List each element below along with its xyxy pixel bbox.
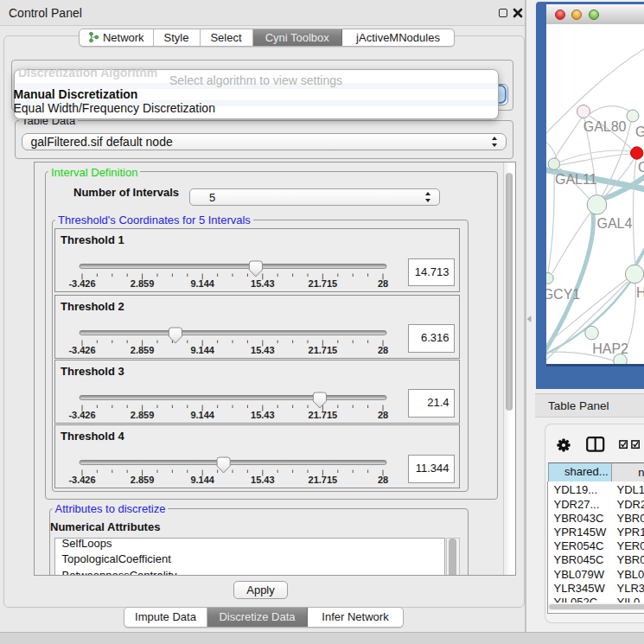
- svg-text:2.859: 2.859: [131, 344, 155, 354]
- svg-text:2.859: 2.859: [131, 278, 155, 289]
- svg-text:Threshold 4: Threshold 4: [61, 430, 124, 443]
- svg-text:2.859: 2.859: [131, 475, 155, 485]
- svg-text:G..: G..: [635, 124, 644, 139]
- svg-text:28: 28: [378, 409, 388, 419]
- svg-text:9.144: 9.144: [190, 278, 214, 289]
- svg-text:21.715: 21.715: [309, 409, 338, 419]
- svg-text:15.43: 15.43: [251, 344, 275, 354]
- svg-text:21.715: 21.715: [309, 475, 338, 485]
- svg-text:28: 28: [378, 344, 388, 354]
- svg-text:9.144: 9.144: [190, 475, 214, 485]
- svg-text:GAL80: GAL80: [583, 119, 627, 134]
- svg-text:-3.426: -3.426: [68, 344, 95, 354]
- svg-text:-3.426: -3.426: [68, 278, 95, 289]
- svg-text:9.144: 9.144: [190, 344, 214, 354]
- svg-text:9.144: 9.144: [190, 409, 214, 419]
- svg-text:H: H: [636, 285, 644, 300]
- svg-text:28: 28: [378, 475, 388, 485]
- svg-text:Threshold 3: Threshold 3: [61, 365, 124, 378]
- svg-text:HAP2: HAP2: [592, 341, 628, 356]
- svg-text:21.715: 21.715: [309, 278, 338, 289]
- svg-text:GAL11: GAL11: [555, 172, 597, 187]
- svg-text:-3.426: -3.426: [68, 475, 95, 485]
- svg-text:C: C: [638, 160, 644, 175]
- svg-text:15.43: 15.43: [251, 475, 275, 485]
- svg-text:Threshold 2: Threshold 2: [61, 300, 124, 313]
- svg-text:GAL4: GAL4: [596, 216, 632, 231]
- svg-text:15.43: 15.43: [251, 409, 275, 419]
- svg-text:GCY1: GCY1: [546, 287, 580, 302]
- svg-text:15.43: 15.43: [251, 278, 275, 289]
- svg-text:28: 28: [378, 278, 388, 289]
- svg-text:2.859: 2.859: [131, 409, 155, 419]
- svg-text:21.715: 21.715: [309, 344, 338, 354]
- svg-text:-3.426: -3.426: [68, 409, 95, 419]
- svg-text:Threshold 1: Threshold 1: [61, 233, 124, 246]
